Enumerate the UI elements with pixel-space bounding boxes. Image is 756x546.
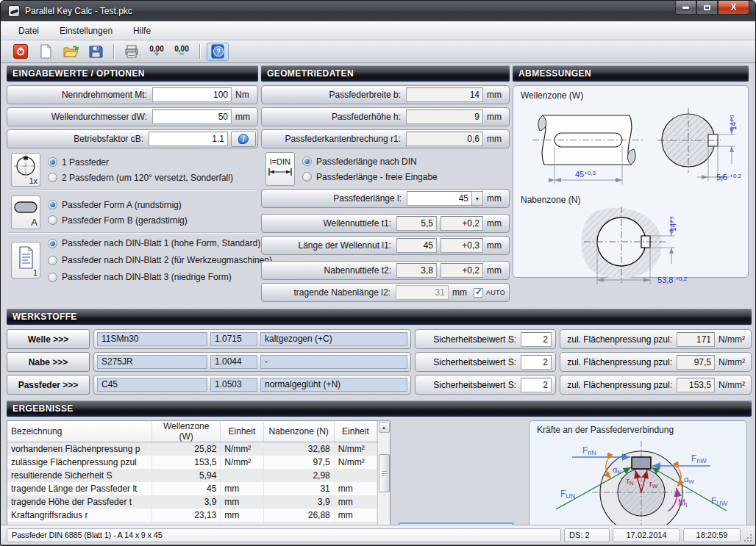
menu-datei[interactable]: Datei	[11, 23, 46, 39]
radio-laenge-frei[interactable]: Passfederlänge - freie Eingabe	[302, 172, 438, 182]
nabe-safety-input[interactable]: 2	[521, 355, 552, 370]
radio-icon[interactable]	[48, 256, 57, 265]
material-name: 11SMn30	[97, 332, 207, 346]
field-wellendurchmesser: Wellendurchmesser dW: 50 mm	[7, 107, 258, 126]
nabe-safety-group: Sicherheitsbeiwert S: 2	[415, 352, 556, 372]
radio-laenge-din[interactable]: Passfederlänge nach DIN	[302, 157, 438, 167]
radio-icon[interactable]	[48, 239, 57, 248]
werkstoffe-header: WERKSTOFFE	[7, 309, 752, 325]
column-header[interactable]: Einheit	[221, 421, 263, 442]
auto-checkbox[interactable]	[474, 288, 483, 298]
radio-form-b[interactable]: Passfeder Form B (geradstirnig)	[48, 215, 188, 226]
chevron-down-icon[interactable]: ▼	[471, 191, 483, 206]
eingabewerte-header: EINGABEWERTE / OPTIONEN	[7, 65, 258, 82]
print-button[interactable]	[121, 43, 143, 61]
nabennuttiefe-value: 3,8	[396, 263, 437, 278]
passfeder-pressure-group: zul. Flächenpressung pzul: 153,5 N/mm²	[560, 375, 752, 395]
nenndrehmoment-input[interactable]: 100	[152, 87, 232, 102]
shaft-zone-label: Wellenzone (W)	[521, 90, 745, 101]
column-header[interactable]: Wellenzone (W)	[152, 421, 221, 442]
radio-form-a[interactable]: Passfeder Form A (rundstirnig)	[48, 200, 188, 210]
laenge-wellennut-value: 45	[396, 238, 437, 253]
key-count-group: 1x 1 Passfeder 2 Passfedern (um 120° ver…	[11, 153, 258, 187]
table-row: Kraftangriffsradius r23,13mm26,88mm	[7, 509, 377, 522]
column-header[interactable]: Bezeichnung	[7, 421, 152, 442]
maximize-icon	[704, 5, 710, 10]
help-button[interactable]: ?	[207, 43, 229, 61]
betriebsfaktor-input[interactable]: 1.1	[149, 132, 228, 146]
radio-2-passfedern[interactable]: 2 Passfedern (um 120° versetzt, Sonderfa…	[48, 173, 233, 183]
maximize-button[interactable]	[696, 1, 718, 15]
radio-icon[interactable]	[48, 200, 57, 209]
table-row: tragende Höhe der Passfeder t3,9mm3,9mm	[7, 495, 377, 509]
title-bar[interactable]: Parallel Key Calc - Test.pkc X	[1, 1, 755, 21]
svg-text:FnW: FnW	[691, 453, 707, 464]
open-file-button[interactable]	[60, 43, 82, 61]
menu-einstellungen[interactable]: Einstellungen	[52, 23, 120, 39]
length-mode-icon: l=DIN	[265, 152, 295, 186]
laenge-wellennut-tolerance: +0,3	[441, 238, 483, 253]
nabe-button[interactable]: Nabe >>>	[7, 352, 90, 372]
info-icon: i	[238, 134, 249, 144]
minimize-button[interactable]	[675, 1, 696, 15]
scroll-up-icon[interactable]: ▲	[379, 422, 390, 433]
dimensions-drawing-panel: Wellenzone (W)	[513, 85, 749, 278]
menu-hilfe[interactable]: Hilfe	[126, 23, 158, 39]
radio-icon[interactable]	[302, 157, 312, 166]
status-bar: Passfeder DIN 6885 (Blatt 1) - A 14 x 9 …	[1, 525, 755, 545]
field-passfederlaenge: Passfederlänge l: 45 ▼ mm	[261, 189, 510, 208]
minimize-icon	[682, 7, 689, 9]
material-treatment: -	[260, 355, 407, 369]
app-window: Parallel Key Calc - Test.pkc X Datei Ein…	[0, 0, 756, 546]
passfederlaenge-value[interactable]: 45	[407, 191, 471, 206]
radio-icon[interactable]	[48, 173, 57, 182]
passfeder-button[interactable]: Passfeder >>>	[7, 375, 90, 395]
column-header[interactable]: Einheit	[334, 421, 377, 442]
radio-icon[interactable]	[48, 273, 57, 282]
material-number: 1.0044	[210, 355, 257, 369]
welle-safety-input[interactable]: 2	[521, 332, 552, 347]
field-label: Betriebsfaktor cB:	[11, 134, 149, 144]
material-row-welle: Welle >>> 11SMn30 1.0715 kaltgezogen (+C…	[7, 329, 752, 349]
key-form-group: A Passfeder Form A (rundstirnig) Passfed…	[11, 195, 258, 229]
radio-din-blatt-2[interactable]: Passfeder nach DIN-Blatt 2 (für Werkzeug…	[48, 255, 272, 265]
wellendurchmesser-input[interactable]: 50	[152, 109, 232, 124]
radio-icon[interactable]	[48, 157, 57, 167]
shaft-zone-drawing: 45+0,3 14P9	[521, 102, 741, 192]
save-button[interactable]	[85, 43, 107, 61]
material-row-nabe: Nabe >>> S275JR 1.0044 - Sicherheitsbeiw…	[7, 352, 752, 372]
svg-text:Mt: Mt	[678, 497, 688, 509]
radio-din-blatt-1[interactable]: Passfeder nach DIN-Blatt 1 (hohe Form, S…	[48, 238, 272, 248]
radio-din-blatt-3[interactable]: Passfeder nach DIN-Blatt 3 (niedrige For…	[48, 272, 272, 282]
berechnung-button[interactable]: Berechnung	[398, 522, 514, 525]
field-betriebsfaktor: Betriebsfaktor cB: 1.1 i	[7, 129, 258, 148]
radio-icon[interactable]	[302, 172, 312, 182]
scrollbar-thumb[interactable]	[379, 454, 390, 492]
save-icon	[89, 45, 103, 59]
welle-material-group: 11SMn30 1.0715 kaltgezogen (+C)	[93, 329, 411, 349]
passfeder-safety-input[interactable]: 2	[521, 378, 552, 392]
passfederlaenge-combo[interactable]: 45 ▼	[407, 191, 483, 206]
welle-pressure-group: zul. Flächenpressung pzul: 171 N/mm²	[560, 329, 752, 349]
radio-icon[interactable]	[48, 215, 57, 225]
abmessungen-header: ABMESSUNGEN	[513, 65, 749, 82]
close-button[interactable]: X	[718, 1, 749, 15]
help-icon: ?	[210, 44, 225, 59]
toolbar-separator	[199, 44, 200, 59]
decimals-increase-button[interactable]: 0,00 +	[146, 43, 168, 61]
table-scrollbar[interactable]: ▲ ▼	[377, 421, 390, 525]
welle-button[interactable]: Welle >>>	[7, 329, 90, 349]
exit-button[interactable]	[10, 43, 32, 61]
column-header[interactable]: Nabenzone (N)	[263, 421, 334, 442]
new-file-button[interactable]	[35, 43, 57, 61]
window-title: Parallel Key Calc - Test.pkc	[25, 6, 132, 16]
info-button[interactable]: i	[231, 131, 256, 147]
material-number: 1.0715	[210, 332, 257, 346]
nabe-material-group: S275JR 1.0044 -	[93, 352, 411, 372]
toolbar-separator	[113, 44, 114, 59]
passfeder-material-group: C45 1.0503 normalgeglüht (+N)	[93, 375, 411, 395]
radio-1-passfeder[interactable]: 1 Passfeder	[48, 157, 233, 168]
results-table: Bezeichnung Wellenzone (W) Einheit Naben…	[7, 420, 391, 525]
resize-grip[interactable]	[743, 534, 752, 542]
decimals-decrease-button[interactable]: 0,00 −	[171, 43, 193, 61]
